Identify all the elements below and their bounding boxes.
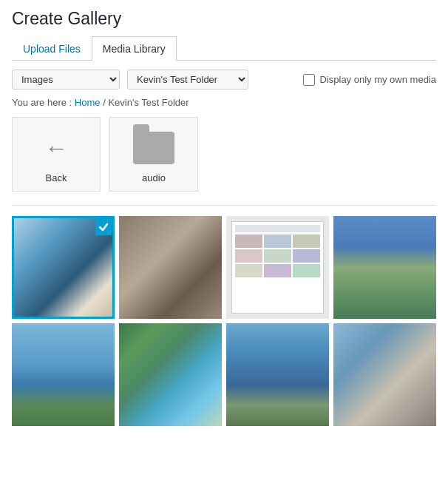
folder-filter[interactable]: Kevin's Test Folder All Folders xyxy=(127,70,248,90)
type-filter[interactable]: Images All Media Types xyxy=(12,70,120,90)
folder-audio[interactable]: audio xyxy=(109,117,198,192)
breadcrumb: You are here : Home / Kevin's Test Folde… xyxy=(12,97,436,108)
display-own-label: Display only my own media xyxy=(319,74,436,85)
filters-bar: Images All Media Types Kevin's Test Fold… xyxy=(12,70,436,90)
divider xyxy=(12,205,436,206)
image-gallery-screen[interactable] xyxy=(226,216,329,319)
image-ocean-cliff[interactable] xyxy=(226,323,329,426)
folders-row: ← Back audio xyxy=(12,117,436,192)
selected-check xyxy=(95,219,112,235)
folder-back[interactable]: ← Back xyxy=(12,117,101,192)
back-icon: ← xyxy=(34,129,78,166)
breadcrumb-home[interactable]: Home xyxy=(75,97,101,108)
image-feet-view[interactable] xyxy=(333,323,436,426)
folder-back-label: Back xyxy=(46,172,67,183)
breadcrumb-prefix: You are here xyxy=(12,97,67,108)
folder-audio-icon xyxy=(132,129,176,166)
breadcrumb-current: Kevin's Test Folder xyxy=(108,97,189,108)
image-pool[interactable] xyxy=(119,323,222,426)
display-own-checkbox[interactable] xyxy=(303,74,315,86)
page-title: Create Gallery xyxy=(12,9,436,29)
tab-upload[interactable]: Upload Files xyxy=(12,36,92,61)
image-coast[interactable] xyxy=(12,323,115,426)
tabs-bar: Upload Files Media Library xyxy=(12,36,436,61)
image-koala[interactable] xyxy=(119,216,222,319)
image-penguins[interactable] xyxy=(12,216,115,319)
folder-audio-label: audio xyxy=(142,172,166,183)
images-grid xyxy=(12,216,436,426)
tab-library[interactable]: Media Library xyxy=(92,36,177,61)
display-own-wrapper: Display only my own media xyxy=(303,74,436,86)
image-cliff-sea[interactable] xyxy=(333,216,436,319)
